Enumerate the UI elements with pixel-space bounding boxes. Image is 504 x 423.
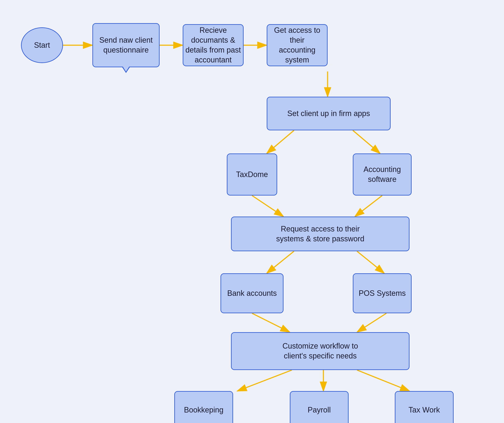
svg-line-6 <box>353 130 380 153</box>
payroll-label: Payroll <box>308 405 331 415</box>
bookkeeping-label: Bookkeping <box>184 405 223 415</box>
flowchart: Start Send naw client questionnaire Reci… <box>0 0 504 423</box>
svg-line-7 <box>252 196 283 217</box>
taxdome-label: TaxDome <box>236 170 268 179</box>
documents-node: Recieve documants & details from past ac… <box>183 24 244 66</box>
customize-workflow-label: Customize workflow to client's specific … <box>282 341 358 361</box>
payroll-node: Payroll <box>290 391 348 423</box>
svg-line-15 <box>357 370 409 391</box>
questionnaire-label: Send naw client questionnaire <box>93 35 159 55</box>
svg-line-10 <box>357 251 384 273</box>
svg-line-8 <box>355 196 382 217</box>
start-label: Start <box>34 40 50 50</box>
questionnaire-node: Send naw client questionnaire <box>92 23 160 67</box>
bank-accounts-node: Bank accounts <box>221 273 283 313</box>
svg-line-5 <box>267 130 294 153</box>
accounting-software-node: Accounting software <box>353 153 412 196</box>
tax-work-label: Tax Work <box>408 405 440 415</box>
svg-line-12 <box>357 313 386 332</box>
taxdome-node: TaxDome <box>227 153 277 196</box>
request-access-label: Request access to their systems & store … <box>276 224 364 244</box>
firm-apps-label: Set client up in firm apps <box>287 109 370 119</box>
accounting-software-label: Accounting software <box>364 165 401 184</box>
firm-apps-node: Set client up in firm apps <box>267 97 391 130</box>
svg-line-13 <box>237 370 292 391</box>
svg-line-9 <box>267 251 294 273</box>
documents-label: Recieve documants & details from past ac… <box>183 25 243 65</box>
svg-line-11 <box>252 313 290 332</box>
bank-accounts-label: Bank accounts <box>227 288 277 298</box>
bookkeeping-node: Bookkeping <box>174 391 233 423</box>
accounting-access-node: Get access to their accounting system <box>267 24 328 66</box>
start-node: Start <box>21 27 63 63</box>
customize-workflow-node: Customize workflow to client's specific … <box>231 332 409 370</box>
tax-work-node: Tax Work <box>395 391 454 423</box>
pos-systems-node: POS Systems <box>353 273 412 313</box>
pos-systems-label: POS Systems <box>359 288 406 298</box>
accounting-access-label: Get access to their accounting system <box>267 25 327 65</box>
request-access-node: Request access to their systems & store … <box>231 217 409 251</box>
